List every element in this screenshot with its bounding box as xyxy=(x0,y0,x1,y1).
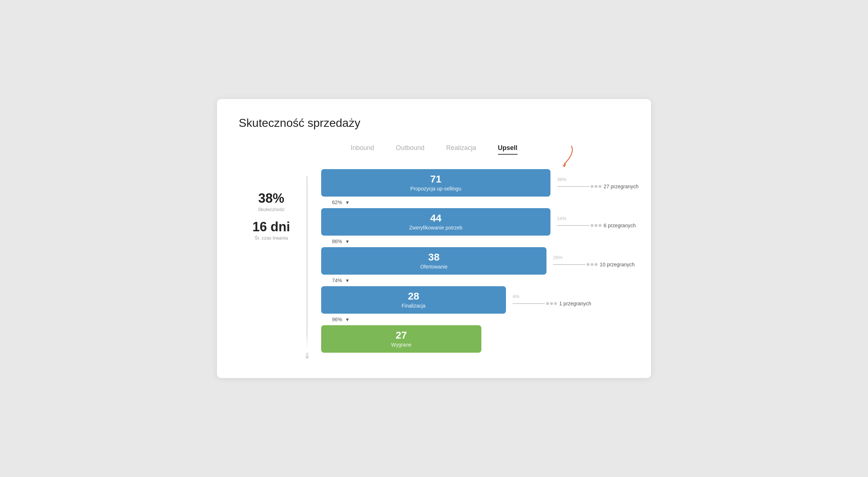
bar-ofertowanie[interactable]: 38 Ofertowanie xyxy=(321,247,546,275)
stage-wygrane: 27 Wygrane xyxy=(321,325,629,353)
lost-dot-circle-1c xyxy=(599,185,601,188)
conversion-row-4: 96% ▼ xyxy=(321,317,350,322)
bar-number-3: 38 xyxy=(428,252,439,262)
bar-zweryfikowanie[interactable]: 44 Zweryfikowanie potrzeb xyxy=(321,208,550,236)
stage-row-5: 27 Wygrane xyxy=(321,325,629,353)
lost-arrow-row-4: 1 przegranych xyxy=(512,301,591,306)
lost-dot-circle-2b xyxy=(595,224,597,227)
lost-dot-circle-4b xyxy=(550,302,553,305)
lost-pct-4: 4% xyxy=(512,294,519,299)
lost-info-2: 14% 6 przegranych xyxy=(557,216,629,228)
lost-dot-circle-1b xyxy=(595,185,597,188)
lost-info-1: 38% 27 przegranych xyxy=(557,177,629,189)
conv-pct-1: 62% xyxy=(332,199,342,205)
tab-upsell[interactable]: Upsell xyxy=(498,144,518,155)
bar-label-1: Propozycja up-sellingu xyxy=(410,186,461,192)
conv-arrow-4: ▼ xyxy=(345,317,350,322)
duration-value: 16 dni xyxy=(252,219,290,235)
lost-label-4: 1 przegranych xyxy=(559,301,591,306)
lost-dot-line-3 xyxy=(553,264,586,265)
tab-realizacja[interactable]: Realizacja xyxy=(446,144,476,155)
lost-label-3: 10 przegranych xyxy=(600,262,635,267)
lost-dot-line-4 xyxy=(512,303,545,304)
conversion-row-1: 62% ▼ xyxy=(321,199,350,205)
tabs-container: Inbound Outbound Realizacja Upsell xyxy=(239,144,629,155)
bar-number-2: 44 xyxy=(430,213,441,223)
vertical-line xyxy=(307,176,307,350)
main-card: Skuteczność sprzedaży Inbound Outbound R… xyxy=(217,99,651,378)
lost-dots-2 xyxy=(557,224,601,227)
conv-arrow-3: ▼ xyxy=(345,278,350,283)
conv-pct-3: 74% xyxy=(332,278,342,283)
bar-propozycja[interactable]: 71 Propozycja up-sellingu xyxy=(321,169,550,197)
lost-dot-circle-3c xyxy=(595,263,597,266)
lost-dots-4 xyxy=(512,302,557,305)
content-area: 38% Skuteczność 16 dni Śr. czas trwania … xyxy=(239,169,629,361)
lost-dot-line-1 xyxy=(557,186,590,187)
lost-pct-3: 26% xyxy=(553,255,562,260)
vertical-line-area: ⇓ xyxy=(304,169,310,361)
lost-pct-1: 38% xyxy=(557,177,566,182)
stage-row-1: 71 Propozycja up-sellingu 38% xyxy=(321,169,629,197)
lost-dot-circle-2 xyxy=(591,224,593,227)
arrow-down-icon: ⇓ xyxy=(304,351,310,361)
stage-propozycja: 71 Propozycja up-sellingu 38% xyxy=(321,169,629,208)
bar-finalizacja[interactable]: 28 Finalizacja xyxy=(321,286,506,314)
conversion-row-3: 74% ▼ xyxy=(321,278,350,283)
bar-label-5: Wygrane xyxy=(391,342,412,348)
stage-row-3: 38 Ofertowanie 26% 10 przegra xyxy=(321,247,629,275)
effectiveness-value: 38% xyxy=(258,191,285,206)
effectiveness-label: Skuteczność xyxy=(258,207,285,212)
lost-dot-circle-4 xyxy=(546,302,549,305)
bar-wygrane[interactable]: 27 Wygrane xyxy=(321,325,481,353)
lost-dots-3 xyxy=(553,263,597,266)
bar-number-5: 27 xyxy=(396,330,407,340)
conversion-row-2: 86% ▼ xyxy=(321,239,350,244)
bar-number-1: 71 xyxy=(430,174,441,184)
conv-pct-4: 96% xyxy=(332,317,342,322)
lost-dot-circle-3b xyxy=(591,263,593,266)
lost-dot-circle-3 xyxy=(587,263,590,266)
page-title: Skuteczność sprzedaży xyxy=(239,116,629,130)
lost-info-3: 26% 10 przegranych xyxy=(553,255,629,267)
bar-label-4: Finalizacja xyxy=(402,303,426,309)
lost-arrow-row-3: 10 przegranych xyxy=(553,262,635,267)
svg-marker-0 xyxy=(562,163,566,167)
lost-arrow-row-2: 6 przegranych xyxy=(557,223,636,228)
lost-pct-2: 14% xyxy=(557,216,566,221)
bar-number-4: 28 xyxy=(408,291,419,301)
bar-label-3: Ofertowanie xyxy=(420,264,447,270)
lost-dot-circle-2c xyxy=(599,224,601,227)
effectiveness-stat: 38% Skuteczność xyxy=(258,191,285,212)
lost-label-1: 27 przegranych xyxy=(604,184,639,189)
lost-dot-line-2 xyxy=(557,225,590,226)
duration-label: Śr. czas trwania xyxy=(252,235,290,241)
stage-row-4: 28 Finalizacja 4% 1 przegrany xyxy=(321,286,629,314)
duration-stat: 16 dni Śr. czas trwania xyxy=(252,219,290,241)
stage-row-2: 44 Zweryfikowanie potrzeb 14% xyxy=(321,208,629,236)
bar-label-2: Zweryfikowanie potrzeb xyxy=(409,225,462,231)
lost-dots-1 xyxy=(557,185,601,188)
conv-pct-2: 86% xyxy=(332,239,342,244)
tab-inbound[interactable]: Inbound xyxy=(350,144,374,155)
conv-arrow-1: ▼ xyxy=(345,200,350,205)
lost-dot-circle-4c xyxy=(554,302,557,305)
conv-arrow-2: ▼ xyxy=(345,239,350,244)
stage-finalizacja: 28 Finalizacja 4% 1 przegrany xyxy=(321,286,629,325)
funnel-area: 71 Propozycja up-sellingu 38% xyxy=(321,169,629,353)
tab-outbound[interactable]: Outbound xyxy=(396,144,424,155)
lost-info-4: 4% 1 przegranych xyxy=(512,294,591,306)
stage-ofertowanie: 38 Ofertowanie 26% 10 przegra xyxy=(321,247,629,286)
lost-dot-circle-1 xyxy=(591,185,593,188)
left-stats: 38% Skuteczność 16 dni Śr. czas trwania xyxy=(239,169,304,241)
stage-zweryfikowanie: 44 Zweryfikowanie potrzeb 14% xyxy=(321,208,629,247)
lost-label-2: 6 przegranych xyxy=(604,223,636,228)
lost-arrow-row-1: 27 przegranych xyxy=(557,184,639,189)
